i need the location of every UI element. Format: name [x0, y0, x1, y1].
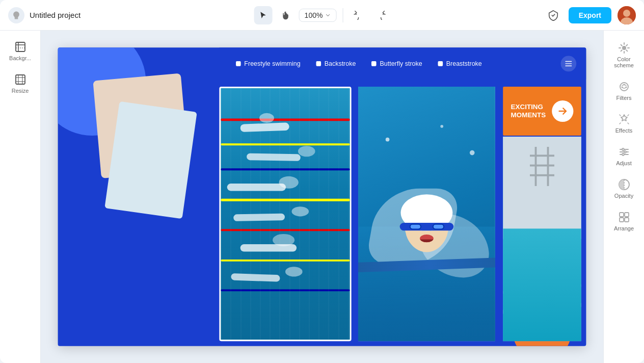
redo-button[interactable] [371, 6, 390, 24]
right-sidebar-item-opacity[interactable]: Opacity [607, 173, 641, 204]
svg-point-11 [622, 148, 624, 150]
app-logo [8, 7, 24, 23]
nav-item-freestyle[interactable]: Freestyle swimming [229, 57, 307, 70]
cursor-tool[interactable] [254, 6, 273, 24]
background-label: Backgr... [9, 55, 31, 61]
zoom-value: 100% [305, 11, 323, 19]
effects-icon [618, 113, 630, 125]
color-scheme-icon [618, 42, 630, 54]
swimmer-closeup-bg [358, 87, 495, 341]
nav-dot-butterfly [371, 61, 377, 66]
filters-label: Filters [616, 95, 632, 101]
bg-shape-white [104, 101, 197, 219]
shield-button[interactable] [544, 6, 562, 24]
canvas-area: Freestyle swimming Backstroke Butterfly … [41, 31, 603, 363]
svg-point-7 [620, 83, 628, 91]
nav-label-breaststroke: Breaststroke [446, 60, 482, 67]
nav-dot-freestyle [236, 61, 241, 66]
right-sidebar-item-color-scheme[interactable]: Color scheme [607, 37, 641, 73]
background-icon [14, 41, 26, 53]
svg-point-10 [625, 87, 627, 88]
arrange-icon [618, 211, 630, 223]
image-col-butterfly[interactable] [358, 87, 495, 341]
nav-dot-breaststroke [438, 61, 443, 66]
pool-side-bg [503, 137, 581, 341]
svg-rect-17 [625, 218, 629, 222]
nav-label-freestyle: Freestyle swimming [244, 60, 300, 67]
exciting-arrow [552, 100, 573, 122]
svg-rect-0 [15, 18, 18, 19]
right-sidebar-item-adjust[interactable]: Adjust [607, 141, 641, 171]
image-col-pool-side[interactable] [503, 137, 581, 341]
svg-point-6 [622, 46, 626, 50]
svg-point-12 [624, 151, 626, 153]
color-scheme-label: Color scheme [611, 56, 637, 68]
svg-rect-16 [620, 218, 624, 222]
exciting-moments-box[interactable]: EXCITING MOMENTS [503, 87, 581, 136]
svg-rect-14 [620, 213, 624, 217]
project-title: Untitled project [30, 11, 81, 19]
export-button[interactable]: Export [569, 7, 611, 23]
nav-label-backstroke: Backstroke [325, 60, 356, 67]
right-sidebar-item-filters[interactable]: Filters [607, 75, 641, 106]
opacity-label: Opacity [614, 193, 633, 199]
exciting-text: EXCITING MOMENTS [511, 103, 552, 119]
topbar: Untitled project 100% Export [0, 0, 644, 31]
right-sidebar: Color scheme Filters Effects Adjust Opac… [603, 31, 644, 363]
pool-water-side [503, 229, 581, 342]
nav-dot-backstroke [316, 61, 321, 66]
resize-label: Resize [12, 88, 29, 94]
svg-rect-5 [16, 75, 25, 84]
nav-item-breaststroke[interactable]: Breaststroke [431, 57, 489, 70]
adjust-icon [618, 146, 630, 158]
arrange-label: Arrange [614, 225, 634, 231]
adjust-label: Adjust [616, 160, 632, 166]
right-sidebar-item-arrange[interactable]: Arrange [607, 206, 641, 237]
svg-rect-4 [16, 42, 25, 51]
avatar[interactable] [618, 6, 636, 24]
nav-label-butterfly: Butterfly stroke [380, 60, 422, 67]
filters-icon [618, 81, 630, 93]
svg-point-9 [621, 87, 623, 88]
zoom-control[interactable]: 100% [299, 9, 337, 22]
sidebar-item-resize[interactable]: Resize [4, 69, 37, 98]
left-sidebar: Backgr... Resize [0, 31, 41, 363]
sidebar-item-background[interactable]: Backgr... [4, 37, 37, 65]
image-col-freestyle[interactable] [219, 87, 351, 341]
svg-point-13 [622, 153, 624, 155]
canvas[interactable]: Freestyle swimming Backstroke Butterfly … [58, 47, 586, 346]
swimmer-pool-bg [221, 88, 350, 340]
effects-label: Effects [615, 127, 632, 134]
nav-item-butterfly[interactable]: Butterfly stroke [365, 57, 429, 70]
divider [342, 8, 343, 22]
opacity-icon [618, 178, 630, 191]
nav-menu-button[interactable] [560, 56, 576, 71]
hand-tool[interactable] [277, 6, 295, 24]
resize-icon [14, 73, 26, 86]
svg-rect-15 [625, 213, 629, 217]
topbar-tools: 100% [254, 6, 390, 24]
nav-item-backstroke[interactable]: Backstroke [309, 57, 363, 70]
svg-point-2 [623, 10, 630, 17]
undo-button[interactable] [349, 6, 367, 24]
main-layout: Backgr... Resize Freestyle swimming [0, 31, 644, 363]
nav-bar: Freestyle swimming Backstroke Butterfly … [219, 47, 586, 79]
svg-point-8 [623, 84, 625, 86]
right-sidebar-item-effects[interactable]: Effects [607, 108, 641, 139]
